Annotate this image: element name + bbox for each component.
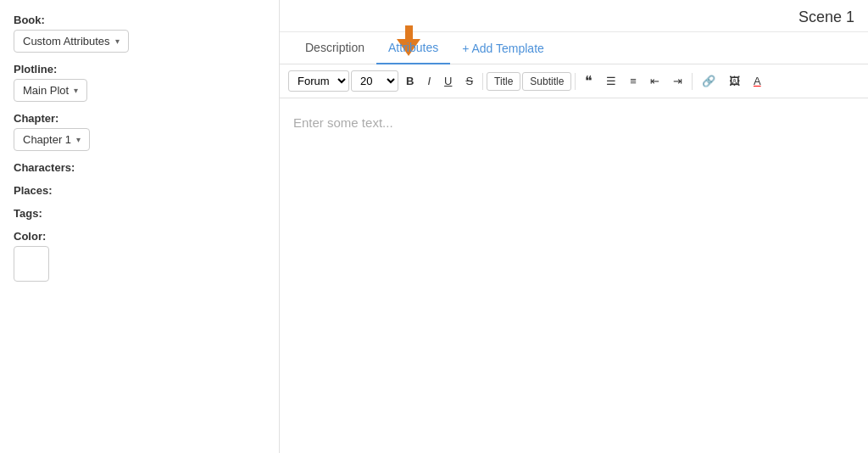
app-layout: Book: Custom Attributes ▾ Plotline: Main… [0, 0, 868, 453]
tags-field: Tags: [14, 207, 265, 220]
chapter-label: Chapter: [14, 112, 265, 125]
characters-label: Characters: [14, 161, 265, 174]
places-label: Places: [14, 184, 265, 197]
image-button[interactable]: 🖼 [723, 71, 746, 91]
tab-attributes[interactable]: Attributes [376, 32, 450, 64]
book-dropdown[interactable]: Custom Attributes ▾ [14, 30, 129, 53]
quote-icon: ❝ [585, 74, 593, 88]
toolbar-divider-1 [482, 73, 483, 90]
color-picker[interactable] [14, 246, 49, 282]
font-color-button[interactable]: A [748, 71, 767, 91]
plotline-field: Plotline: Main Plot ▾ [14, 63, 265, 102]
plotline-label: Plotline: [14, 63, 265, 76]
font-family-select[interactable]: Forum [288, 70, 349, 92]
chevron-down-icon: ▾ [74, 86, 78, 95]
bold-button[interactable]: B [400, 71, 420, 91]
characters-field: Characters: [14, 161, 265, 174]
indent-increase-icon: ⇥ [673, 75, 682, 87]
plotline-dropdown[interactable]: Main Plot ▾ [14, 79, 87, 102]
quote-button[interactable]: ❝ [579, 70, 598, 92]
book-field: Book: Custom Attributes ▾ [14, 14, 265, 53]
color-field: Color: [14, 230, 265, 282]
underline-button[interactable]: U [438, 71, 458, 91]
unordered-list-button[interactable]: ≡ [624, 71, 643, 91]
editor-toolbar: Forum 20 B I U S Title Subtitle ❝ ☰ ≡ [280, 64, 868, 98]
toolbar-divider-2 [575, 73, 576, 90]
editor-area[interactable]: Enter some text... [280, 98, 868, 453]
link-icon: 🔗 [702, 75, 715, 87]
tags-label: Tags: [14, 207, 265, 220]
editor-placeholder: Enter some text... [293, 115, 393, 130]
places-field: Places: [14, 184, 265, 197]
tab-bar: Description Attributes + Add Template [280, 32, 868, 64]
add-template-button[interactable]: + Add Template [450, 33, 556, 64]
toolbar-divider-3 [692, 73, 693, 90]
chapter-field: Chapter: Chapter 1 ▾ [14, 112, 265, 151]
indent-decrease-button[interactable]: ⇤ [644, 71, 665, 91]
indent-decrease-icon: ⇤ [650, 75, 659, 87]
strikethrough-button[interactable]: S [459, 71, 479, 91]
subtitle-button[interactable]: Subtitle [522, 72, 571, 91]
image-icon: 🖼 [729, 75, 740, 87]
title-button[interactable]: Title [487, 72, 520, 91]
unordered-list-icon: ≡ [630, 75, 637, 87]
italic-button[interactable]: I [421, 71, 437, 91]
color-label: Color: [14, 230, 265, 243]
book-label: Book: [14, 14, 265, 26]
sidebar: Book: Custom Attributes ▾ Plotline: Main… [0, 0, 280, 453]
ordered-list-button[interactable]: ☰ [600, 71, 622, 91]
main-panel: Scene 1 Description Attributes + Add Tem… [280, 0, 868, 453]
tab-description[interactable]: Description [293, 32, 376, 64]
chevron-down-icon: ▾ [76, 135, 81, 144]
font-color-icon: A [754, 75, 761, 87]
chevron-down-icon: ▾ [115, 36, 120, 46]
scene-title: Scene 1 [798, 8, 854, 26]
font-size-select[interactable]: 20 [351, 70, 398, 92]
ordered-list-icon: ☰ [606, 75, 616, 87]
scene-title-bar: Scene 1 [280, 0, 868, 32]
indent-increase-button[interactable]: ⇥ [667, 71, 688, 91]
link-button[interactable]: 🔗 [696, 71, 721, 91]
chapter-dropdown[interactable]: Chapter 1 ▾ [14, 128, 90, 151]
